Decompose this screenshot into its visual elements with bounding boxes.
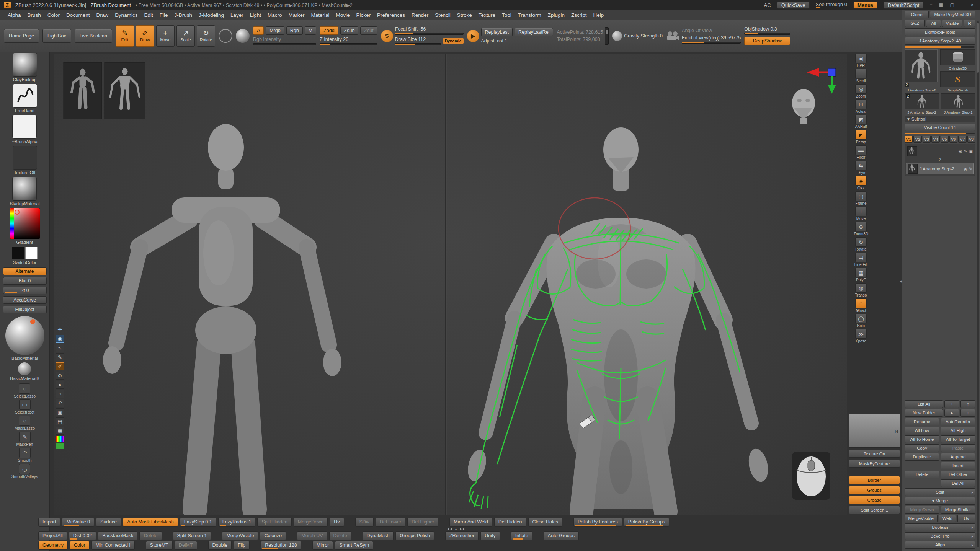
sidebar-button-fillobject[interactable]: FillObject (3, 306, 47, 313)
basic-material-b-thumb[interactable] (18, 362, 31, 375)
material-preview-icon[interactable] (236, 29, 250, 43)
panel-button-autoreorder[interactable]: AutoReorder (941, 418, 975, 425)
menu-item-file[interactable]: File (157, 11, 171, 19)
menu-item-preferences[interactable]: Preferences (374, 11, 408, 19)
panel-button-align[interactable]: Align▸ (905, 541, 975, 549)
bottom-delete[interactable]: Delete (139, 531, 162, 540)
switchcolor-thumb[interactable] (11, 246, 39, 259)
bottom-lazyradius-1[interactable]: LazyRadius 1 (218, 518, 256, 527)
tool-thumb-step1[interactable] (941, 93, 975, 109)
panel-button-boolean[interactable]: Boolean▸ (905, 523, 975, 531)
bottom-surface[interactable]: Surface (96, 518, 121, 527)
edit-button[interactable]: ✎Edit (116, 25, 134, 47)
bottom-delete[interactable]: Delete (329, 531, 351, 540)
bottom-auto-mask-fibermesh[interactable]: Auto Mask FiberMesh (123, 518, 178, 527)
poly-toggle-icon[interactable]: ▣ (969, 149, 973, 154)
ring-icon[interactable]: ○ (56, 390, 64, 398)
see-through-slider[interactable]: See-through 0 (816, 2, 847, 8)
deep-shadow-button[interactable]: DeepShadow (744, 37, 790, 45)
panel-button-insert[interactable]: Insert (941, 462, 975, 469)
subtool-tab-v1[interactable]: V1 (905, 136, 913, 143)
bottom-inflate[interactable]: Inflate (511, 531, 532, 540)
menu-item-render[interactable]: Render (408, 11, 431, 19)
subtool-header[interactable]: ▾Subtool (905, 116, 975, 122)
bottom-del-higher[interactable]: Del Higher (407, 518, 438, 527)
pen-tool-icon[interactable]: ✒ (56, 326, 64, 334)
menu-item-texture[interactable]: Texture (475, 11, 498, 19)
menu-item-stencil[interactable]: Stencil (432, 11, 454, 19)
green-swatch[interactable] (56, 443, 64, 449)
clone-button[interactable]: Clone (905, 11, 929, 18)
scale-button[interactable]: ↗Scale (176, 25, 195, 47)
stroke-preview-icon[interactable] (219, 29, 232, 43)
bottom-smart-resym[interactable]: Smart ReSym (335, 541, 373, 550)
shelf-frame[interactable]: ▢Frame (851, 191, 871, 205)
panel-button-mergedown[interactable]: MergeDown (905, 506, 939, 514)
menu-item-dynamics[interactable]: Dynamics (112, 11, 140, 19)
secondary-color-swatch[interactable] (25, 247, 38, 259)
shelf-actual[interactable]: ⊡Actual (851, 99, 871, 114)
rotate-button[interactable]: ↻Rotate (197, 25, 215, 47)
bottom-dist-0-02[interactable]: Dist 0.02 (69, 531, 96, 540)
marker-icon[interactable]: ✐ (56, 362, 64, 370)
menu-item-help[interactable]: Help (590, 11, 607, 19)
hue-strip[interactable] (10, 208, 14, 239)
bottom-midvalue-0[interactable]: MidValue 0 (62, 518, 94, 527)
shelf-ghost[interactable]: ◌Ghost (851, 298, 871, 313)
panel-button-weld[interactable]: Weld (939, 515, 957, 522)
panel-button-mergesimilar[interactable]: MergeSimilar (941, 506, 975, 514)
maskpen-icon[interactable]: ✎ (19, 432, 31, 442)
shelf-l-sym[interactable]: ⇆L.Sym (851, 161, 871, 175)
shelf-scroll[interactable]: ≡Scroll (851, 69, 871, 83)
bottom-flip[interactable]: Flip (234, 541, 250, 550)
eraser-icon[interactable]: ⊘ (56, 372, 64, 380)
mrgb-button[interactable]: Mrgb (266, 26, 284, 35)
menu-item-color[interactable]: Color (44, 11, 63, 19)
groups-button[interactable]: Groups (849, 486, 900, 494)
bottom-polish-by-features[interactable]: Polish By Features (573, 518, 622, 527)
bottom-uv[interactable]: Uv (330, 518, 344, 527)
menu-item-document[interactable]: Document (63, 11, 93, 19)
panel-button-bevel-pro[interactable]: Bevel Pro▸ (905, 532, 975, 540)
panel-button-copy[interactable]: Copy (905, 444, 939, 452)
menu-item-layer[interactable]: Layer (227, 11, 247, 19)
tool-thumb-simplebrush[interactable]: S (940, 71, 975, 87)
bottom-mirror-and-weld[interactable]: Mirror And Weld (449, 518, 492, 527)
visible-count-slider[interactable]: Visible Count 14 (905, 124, 975, 131)
bottom-del-hidden[interactable]: Del Hidden (494, 518, 526, 527)
texture-on-button[interactable]: Texture On (849, 450, 900, 458)
shelf-transp[interactable]: ◍Transp (851, 283, 871, 297)
menu-item-brush[interactable]: Brush (24, 11, 44, 19)
panel-button-delete[interactable]: Delete (905, 471, 939, 478)
brush-icon[interactable]: ✎ (56, 353, 64, 361)
panel-button-del-other[interactable]: Del Other (941, 471, 975, 478)
claybuildup-thumb[interactable] (13, 53, 37, 77)
lightbox-tools-button[interactable]: Lightbox▶Tools (905, 28, 975, 36)
paint-toggle-icon[interactable]: ✎ (964, 149, 967, 154)
subtool-tab-v3[interactable]: V3 (923, 136, 931, 143)
default-zscript-button[interactable]: DefaultZScript (884, 2, 923, 9)
bottom-geometry[interactable]: Geometry (38, 541, 68, 550)
subtool-tab-v6[interactable]: V6 (949, 136, 957, 143)
menu-item-material[interactable]: Material (308, 11, 333, 19)
goz-all-button[interactable]: All (926, 20, 941, 27)
field-of-view-slider[interactable]: Field of view(deg) 39.59775 (682, 35, 741, 44)
home-page-button[interactable]: Home Page (4, 29, 39, 43)
bottom-split-hidden[interactable]: Split Hidden (257, 518, 291, 527)
zcut-button[interactable]: Zcut (360, 26, 377, 35)
tool-thumb-cylinder[interactable] (940, 49, 975, 65)
sidebar-button-alternate[interactable]: Alternate (3, 267, 47, 275)
layers-icon[interactable]: ▤ (56, 417, 64, 425)
selectrect-icon[interactable]: ▭ (19, 399, 31, 410)
panel-button-append[interactable]: Append (941, 453, 975, 461)
menu-item-stroke[interactable]: Stroke (454, 11, 475, 19)
anatomy-figure-right[interactable] (465, 127, 771, 511)
goz-visible-button[interactable]: Visible (942, 20, 962, 27)
menu-item-marker[interactable]: Marker (286, 11, 308, 19)
masklasso-icon[interactable]: ◌ (19, 416, 30, 426)
subtool-row-selected[interactable]: J Anatomy Step-2 ◉ ✎ (906, 163, 974, 174)
bottom-colorize[interactable]: Colorize (260, 531, 286, 540)
shelf-zoom[interactable]: ◎Zoom (851, 84, 871, 98)
basic-material-thumb[interactable] (5, 316, 44, 355)
window-controls[interactable]: ≡ ▦ ▢ ─ × (929, 2, 976, 8)
